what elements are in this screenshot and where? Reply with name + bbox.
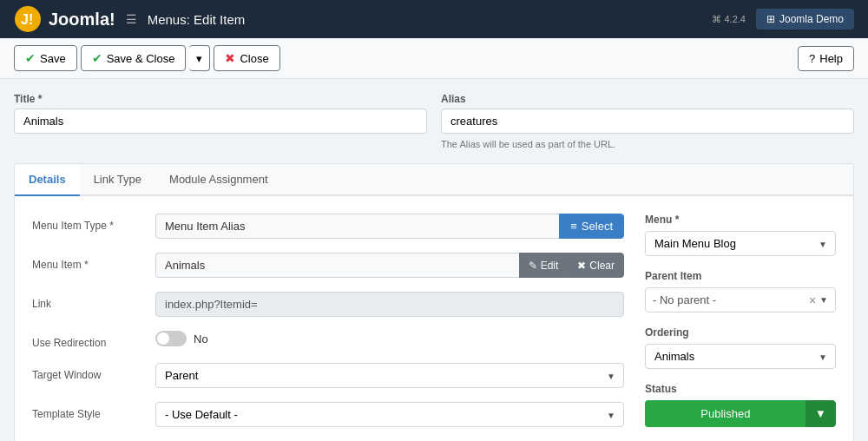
parent-item-group: Parent Item - No parent - × ▼	[645, 270, 836, 313]
use-redirection-label: Use Redirection	[32, 331, 145, 349]
alias-hint: The Alias will be used as part of the UR…	[441, 139, 854, 149]
main-content: Title * Alias The Alias will be used as …	[0, 79, 868, 441]
alias-label: Alias	[441, 93, 854, 105]
alias-input[interactable]	[441, 109, 854, 134]
link-label: Link	[32, 292, 145, 310]
save-close-label: Save & Close	[107, 52, 175, 65]
menu-item-row: Menu Item * Animals ✎ Edit ✖	[32, 253, 624, 278]
page-title: Menus: Edit Item	[148, 12, 246, 27]
clear-icon: ✖	[577, 260, 586, 272]
status-published-label: Published	[700, 407, 750, 420]
parent-item-text: - No parent -	[653, 288, 806, 312]
target-window-control: Parent	[155, 363, 624, 388]
alias-group: Alias The Alias will be used as part of …	[441, 93, 854, 149]
brand-text: Joomla!	[49, 10, 115, 30]
menu-select-wrapper: Main Menu Blog	[645, 231, 836, 256]
close-button[interactable]: ✖ Close	[214, 45, 279, 71]
user-menu-button[interactable]: ⊞ Joomla Demo	[756, 9, 854, 30]
tab-details[interactable]: Details	[15, 164, 80, 196]
status-label: Status	[645, 383, 836, 395]
tab-body: Menu Item Type * Menu Item Alias ≡ Selec…	[32, 214, 836, 441]
menu-item-type-row: Menu Item Type * Menu Item Alias ≡ Selec…	[32, 214, 624, 239]
title-alias-row: Title * Alias The Alias will be used as …	[14, 93, 854, 149]
toolbar-left: ✔ Save ✔ Save & Close ▾ ✖ Close	[14, 45, 280, 71]
target-window-row: Target Window Parent	[32, 363, 624, 388]
save-close-icon: ✔	[92, 51, 102, 65]
menu-item-type-control: Menu Item Alias ≡ Select	[155, 214, 624, 239]
toggle-row: No	[155, 331, 624, 346]
select-label: Select	[582, 220, 613, 233]
navbar-right: ⌘ 4.2.4 ⊞ Joomla Demo	[712, 9, 854, 30]
status-published-button[interactable]: Published	[645, 400, 806, 427]
ordering-group: Ordering Animals	[645, 326, 836, 369]
edit-label: Edit	[541, 260, 559, 272]
tabs-container: Details Link Type Module Assignment Menu…	[14, 163, 854, 441]
tab-right-column: Menu * Main Menu Blog Parent Item - No p…	[645, 214, 836, 441]
tab-link-type[interactable]: Link Type	[80, 164, 155, 196]
help-button[interactable]: ? Help	[798, 46, 854, 71]
clear-label: Clear	[589, 260, 615, 272]
ordering-select-wrapper: Animals	[645, 344, 836, 369]
status-dropdown-button[interactable]: ▼	[806, 400, 836, 427]
close-label: Close	[240, 52, 268, 65]
target-window-label: Target Window	[32, 363, 145, 381]
menu-group: Menu * Main Menu Blog	[645, 214, 836, 256]
link-control	[155, 292, 624, 317]
link-input	[155, 292, 624, 317]
user-label: Joomla Demo	[779, 13, 844, 25]
template-style-select[interactable]: - Use Default -	[155, 402, 624, 427]
ordering-select[interactable]: Animals	[645, 344, 836, 369]
tab-module-assignment[interactable]: Module Assignment	[155, 164, 281, 196]
edit-button[interactable]: ✎ Edit	[519, 253, 569, 278]
help-label: Help	[819, 52, 843, 65]
chevron-down-icon: ▾	[196, 52, 202, 65]
navbar-left: J! Joomla! ☰ Menus: Edit Item	[14, 5, 245, 33]
tab-content-details: Menu Item Type * Menu Item Alias ≡ Selec…	[15, 196, 853, 441]
menu-icon: ☰	[126, 12, 137, 26]
save-icon: ✔	[25, 51, 36, 65]
target-window-select[interactable]: Parent	[155, 363, 624, 388]
template-style-control: - Use Default -	[155, 402, 624, 427]
title-input[interactable]	[14, 109, 427, 134]
toggle-label: No	[194, 332, 208, 346]
list-icon: ≡	[570, 220, 577, 233]
menu-item-value: Animals	[155, 253, 519, 278]
menu-right-label: Menu *	[645, 214, 836, 226]
parent-item-dropdown-icon[interactable]: ▼	[819, 295, 828, 305]
parent-item-wrapper: - No parent - × ▼	[645, 287, 836, 313]
joomla-logo-icon: J!	[14, 5, 42, 33]
save-dropdown-button[interactable]: ▾	[189, 45, 210, 71]
menu-item-type-label: Menu Item Type *	[32, 214, 145, 232]
menu-item-control: Animals ✎ Edit ✖ Clear	[155, 253, 624, 278]
close-icon: ✖	[225, 51, 235, 65]
parent-item-right-label: Parent Item	[645, 270, 836, 282]
menu-select[interactable]: Main Menu Blog	[645, 231, 836, 256]
use-redirection-row: Use Redirection No	[32, 331, 624, 349]
redirection-toggle[interactable]	[155, 331, 187, 346]
save-close-button[interactable]: ✔ Save & Close	[81, 45, 187, 71]
navbar: J! Joomla! ☰ Menus: Edit Item ⌘ 4.2.4 ⊞ …	[0, 0, 868, 38]
toolbar: ✔ Save ✔ Save & Close ▾ ✖ Close ? Help	[0, 38, 868, 79]
edit-icon: ✎	[529, 260, 537, 272]
template-style-row: Template Style - Use Default -	[32, 402, 624, 427]
menu-item-field: Animals ✎ Edit ✖ Clear	[155, 253, 624, 278]
help-icon: ?	[809, 52, 815, 65]
menu-type-field: Menu Item Alias ≡ Select	[155, 214, 624, 239]
clear-button[interactable]: ✖ Clear	[568, 253, 624, 278]
save-button[interactable]: ✔ Save	[14, 45, 77, 71]
svg-text:J!: J!	[21, 12, 33, 27]
status-chevron-icon: ▼	[815, 407, 826, 420]
ordering-label: Ordering	[645, 326, 836, 339]
version-badge: ⌘ 4.2.4	[712, 14, 746, 25]
menu-item-label: Menu Item *	[32, 253, 145, 271]
parent-item-clear-button[interactable]: ×	[806, 293, 819, 307]
user-icon: ⊞	[766, 13, 775, 25]
tab-left-column: Menu Item Type * Menu Item Alias ≡ Selec…	[32, 214, 624, 441]
title-group: Title *	[14, 93, 427, 149]
select-button[interactable]: ≡ Select	[559, 214, 624, 239]
status-field: Published ▼	[645, 400, 836, 427]
navbar-brand: J! Joomla!	[14, 5, 115, 33]
template-style-label: Template Style	[32, 402, 145, 420]
menu-item-type-value: Menu Item Alias	[155, 214, 559, 239]
use-redirection-control: No	[155, 331, 624, 346]
